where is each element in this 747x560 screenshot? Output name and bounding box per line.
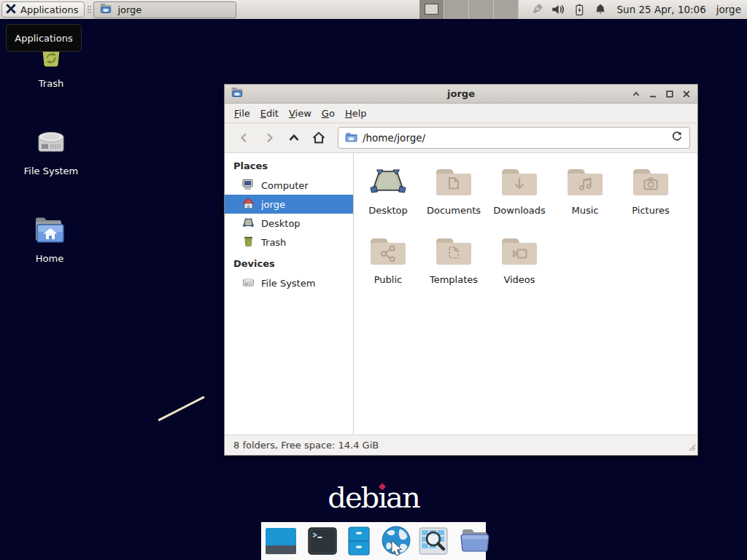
applications-menu-button[interactable]: Applications bbox=[1, 1, 85, 18]
sidebar-item-label: Desktop bbox=[261, 218, 301, 229]
folder-item-pictures[interactable]: Pictures bbox=[618, 163, 684, 233]
downloads-folder-icon bbox=[500, 166, 539, 198]
sidebar-item-label: Trash bbox=[261, 237, 286, 248]
dock-terminal-icon[interactable] bbox=[306, 526, 338, 556]
menu-file[interactable]: File bbox=[229, 106, 255, 121]
debian-wordmark: debıan bbox=[0, 483, 747, 512]
sidebar-item-label: Computer bbox=[261, 180, 309, 191]
desktop-icon-home[interactable]: Home bbox=[13, 214, 86, 264]
file-manager-window-icon bbox=[99, 3, 112, 16]
reload-icon[interactable] bbox=[671, 131, 683, 145]
notifications-bell-icon[interactable] bbox=[592, 1, 608, 18]
wordmark-text: an bbox=[386, 481, 419, 514]
volume-icon[interactable] bbox=[550, 1, 566, 18]
window-titlebar[interactable]: jorge bbox=[225, 85, 697, 104]
menubar: File Edit View Go Help bbox=[225, 104, 697, 123]
videos-folder-icon bbox=[500, 235, 539, 267]
dock-application-finder-icon[interactable] bbox=[417, 526, 449, 556]
shade-button[interactable] bbox=[630, 88, 641, 99]
folder-item-desktop[interactable]: Desktop bbox=[355, 163, 421, 233]
sidebar-item-label: jorge bbox=[261, 199, 285, 210]
folder-item-music[interactable]: Music bbox=[552, 163, 618, 233]
menu-edit[interactable]: Edit bbox=[255, 106, 284, 121]
home-button[interactable] bbox=[306, 127, 331, 149]
statusbar-text: 8 folders, Free space: 14.4 GiB bbox=[233, 440, 379, 451]
dock-web-browser-icon[interactable] bbox=[379, 525, 413, 557]
dock bbox=[261, 522, 486, 560]
sidebar-item-desktop[interactable]: Desktop bbox=[225, 214, 353, 233]
music-folder-icon bbox=[565, 166, 605, 198]
workspace-4[interactable] bbox=[494, 0, 519, 19]
sidebar-item-jorge[interactable]: jorge bbox=[225, 195, 353, 214]
path-input[interactable]: /home/jorge/ bbox=[363, 132, 666, 144]
folder-label: Pictures bbox=[632, 205, 669, 216]
applications-tooltip: Applications bbox=[6, 24, 82, 52]
sidebar: Places Computer jorge Desktop bbox=[225, 153, 354, 435]
folder-view: Desktop Documents Downloads bbox=[354, 153, 697, 435]
panel-separator-handle[interactable] bbox=[86, 3, 92, 16]
folder-label: Desktop bbox=[368, 205, 408, 216]
folder-item-public[interactable]: Public bbox=[355, 233, 421, 302]
system-tray bbox=[529, 1, 608, 18]
battery-icon[interactable] bbox=[571, 1, 587, 18]
top-panel: Applications jorge bbox=[0, 0, 747, 19]
wordmark-dotless-i: ı bbox=[378, 483, 386, 512]
minimize-button[interactable] bbox=[647, 88, 658, 99]
sidebar-item-computer[interactable]: Computer bbox=[225, 176, 353, 195]
path-folder-icon bbox=[345, 131, 357, 145]
menu-help[interactable]: Help bbox=[340, 106, 372, 121]
menu-view[interactable]: View bbox=[284, 106, 317, 121]
hard-drive-icon bbox=[34, 125, 68, 162]
folder-item-downloads[interactable]: Downloads bbox=[487, 163, 552, 233]
sidebar-devices-header: Devices bbox=[225, 252, 353, 273]
sidebar-item-trash[interactable]: Trash bbox=[225, 233, 353, 252]
desktop-icon-label: Trash bbox=[39, 78, 63, 89]
home-folder-icon bbox=[32, 214, 67, 249]
folder-item-videos[interactable]: Videos bbox=[487, 233, 552, 302]
desktop-mini-icon bbox=[242, 217, 255, 230]
menu-go[interactable]: Go bbox=[317, 106, 340, 121]
workspace-2[interactable] bbox=[444, 0, 469, 19]
xfce-logo-icon bbox=[5, 3, 17, 17]
workspace-switcher bbox=[419, 0, 519, 19]
folder-item-documents[interactable]: Documents bbox=[421, 163, 487, 233]
workspace-3[interactable] bbox=[469, 0, 494, 19]
trash-mini-icon bbox=[242, 236, 255, 249]
public-folder-icon bbox=[368, 235, 408, 267]
sidebar-item-file-system[interactable]: File System bbox=[225, 273, 353, 292]
tooltip-text: Applications bbox=[15, 33, 72, 44]
removable-media-icon[interactable] bbox=[529, 1, 545, 18]
taskbar-item-label: jorge bbox=[117, 4, 142, 15]
panel-clock[interactable]: Sun 25 Apr, 10:06 bbox=[617, 4, 706, 15]
back-button[interactable] bbox=[232, 127, 257, 149]
panel-username[interactable]: jorge bbox=[716, 4, 741, 15]
resize-grip[interactable] bbox=[687, 443, 696, 454]
folder-label: Templates bbox=[430, 274, 478, 285]
workspace-window-preview bbox=[425, 4, 438, 15]
templates-folder-icon bbox=[434, 235, 473, 267]
close-button[interactable] bbox=[681, 88, 692, 99]
pictures-folder-icon bbox=[631, 166, 670, 198]
computer-icon bbox=[242, 179, 255, 192]
maximize-button[interactable] bbox=[664, 88, 675, 99]
desktop-icon-file-system[interactable]: File System bbox=[15, 125, 88, 176]
desktop-icon-label: Home bbox=[36, 253, 63, 264]
documents-folder-icon bbox=[434, 166, 473, 198]
dock-file-manager-icon[interactable] bbox=[458, 526, 492, 556]
statusbar: 8 folders, Free space: 14.4 GiB bbox=[225, 435, 697, 455]
sidebar-item-label: File System bbox=[261, 278, 315, 289]
toolbar: /home/jorge/ bbox=[225, 123, 697, 153]
workspace-1[interactable] bbox=[419, 0, 444, 19]
up-button[interactable] bbox=[282, 127, 306, 149]
window-title: jorge bbox=[225, 88, 697, 99]
forward-button[interactable] bbox=[257, 127, 282, 149]
folder-label: Music bbox=[572, 205, 599, 216]
drive-mini-icon bbox=[242, 276, 255, 290]
desktop-icon-label: File System bbox=[24, 166, 78, 176]
taskbar-item-jorge[interactable]: jorge bbox=[93, 1, 236, 18]
folder-label: Videos bbox=[503, 274, 535, 285]
folder-item-templates[interactable]: Templates bbox=[421, 233, 487, 302]
path-bar[interactable]: /home/jorge/ bbox=[338, 127, 690, 149]
dock-show-desktop-icon[interactable] bbox=[264, 526, 298, 556]
dock-file-cabinet-icon[interactable] bbox=[343, 526, 375, 556]
